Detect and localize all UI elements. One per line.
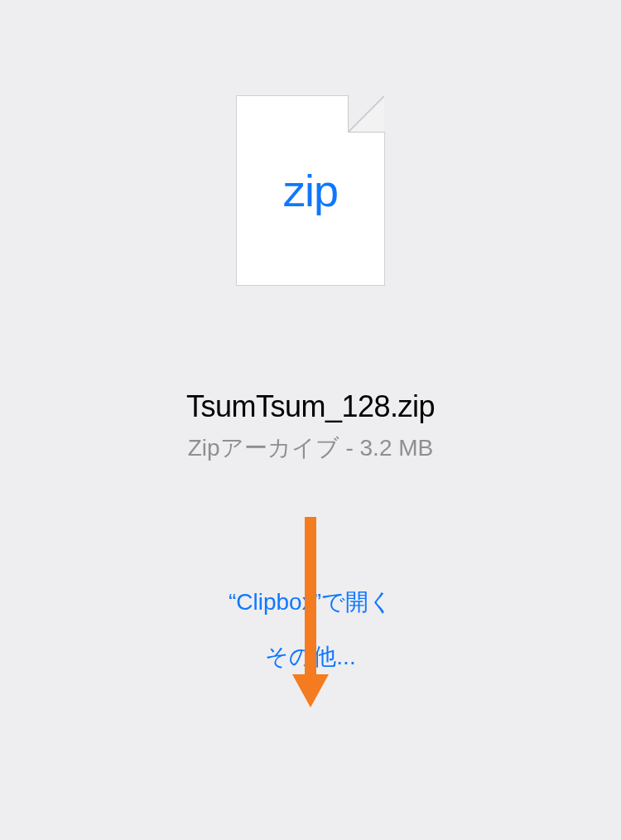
more-button[interactable]: その他... [265,641,355,673]
file-icon: zip [236,95,385,286]
file-info: TsumTsum_128.zip Zipアーカイブ - 3.2 MB [186,389,435,464]
file-name: TsumTsum_128.zip [186,389,435,424]
file-type-label: zip [283,165,338,216]
actions: “Clipbox”で開く その他... [229,587,392,673]
open-with-button[interactable]: “Clipbox”で開く [229,587,392,618]
file-meta: Zipアーカイブ - 3.2 MB [186,432,435,464]
svg-marker-1 [292,674,329,707]
